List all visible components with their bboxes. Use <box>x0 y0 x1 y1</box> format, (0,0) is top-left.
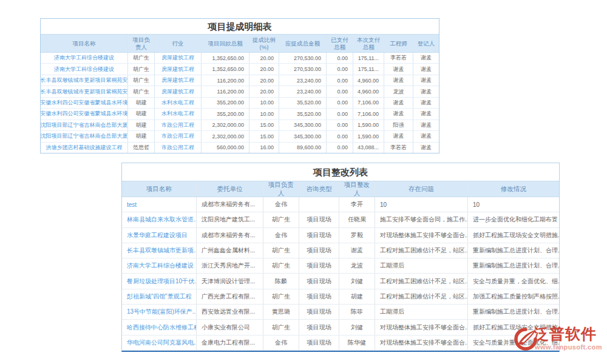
project-name-link[interactable]: 济南大学工科综合楼建设 <box>41 53 128 63</box>
cell: 施工安排不够全面合同，施工作... <box>375 212 468 227</box>
cell: 7,106.00 <box>353 98 384 108</box>
cell: 89,600.00 <box>279 143 327 153</box>
cell: 龙波 <box>384 86 413 96</box>
cell: 1,352,650.00 <box>202 64 249 74</box>
table-row: 水景华庭工程建设项目成都市来福劳务有...金伟项目现场罗毅对现场整体施工安排不够… <box>122 228 559 243</box>
cell: 胡广生 <box>263 320 299 334</box>
cell: 10.00 <box>249 109 279 119</box>
cell: 刘健 <box>339 274 375 288</box>
cell: 小康实业有限公司 <box>197 320 263 334</box>
project-name-link[interactable]: test <box>122 197 197 212</box>
cell: 10.00 <box>249 98 279 108</box>
industry-link[interactable]: 房屋建筑工程 <box>155 53 202 63</box>
watermark-url-text: www.fanpusoft.com <box>534 343 602 351</box>
industry-link[interactable]: 房屋建筑工程 <box>155 64 202 74</box>
cell: 项目现场 <box>299 305 339 319</box>
column-header-total-payment: 项目回款总额 <box>202 35 249 52</box>
cell: 20.00 <box>249 53 279 63</box>
table-row: 济南大学工科综合楼建设浙江天秀房地产开...胡广生项目现场龙波工期滞后重新编制施… <box>122 258 559 274</box>
column-header-commission-amount: 应提成总金额 <box>279 35 327 52</box>
cell: 浙江天秀房地产开... <box>197 258 263 273</box>
cell: 范思哲 <box>128 143 155 153</box>
commission-table: 项目提成明细表 项目名称 项目负责人 行业 项目回款总额 提成比例 (%) 应提… <box>40 18 439 153</box>
industry-link[interactable]: 市政公用工程 <box>155 143 202 153</box>
cell: 项目现场 <box>299 335 339 350</box>
project-name-link[interactable]: 洪塘乡团店村基础设施建设工程 <box>41 143 128 153</box>
industry-link[interactable]: 水利水电工程 <box>155 98 202 108</box>
project-name-link[interactable]: 安徽水利四公司安徽省蒙城县水环境 <box>41 98 128 108</box>
watermark-brand-text: 泛普软件 <box>534 326 602 343</box>
cell: 270,530.00 <box>279 53 327 63</box>
column-header-project-name: 项目名称 <box>41 35 128 52</box>
cell: 天津博润设计管理... <box>197 274 263 288</box>
project-name-link[interactable]: 哈西接待中心防水维修工程 <box>122 320 197 334</box>
cell: 谢孟 <box>384 98 413 108</box>
cell: 龙波 <box>339 258 375 273</box>
table-row: 沈阳项目部辽宁省吉林商会总部大厦胡建市政公用工程2,302,000.0015.0… <box>41 120 439 131</box>
project-name-link[interactable]: 长丰县双墩镇城市更新项... <box>122 243 197 258</box>
cell: 15.00 <box>249 120 279 130</box>
cell: 谢孟 <box>413 53 439 63</box>
cell: 广西光萧工程有限... <box>197 289 263 304</box>
project-name-link[interactable]: 沈阳项目部辽宁省吉林商会总部大厦 <box>41 120 128 130</box>
column-header-current-payment: 本次支付 总额 <box>353 35 384 52</box>
table-row: 长丰县双墩镇城市更新项...广州鑫鑫金属材料...胡广生项目现场谢孟工程对施工困… <box>122 243 559 258</box>
project-name-link[interactable]: 彭祖新城“四馆”景观工程 <box>122 289 197 304</box>
cell: 谢孟 <box>413 64 439 74</box>
project-name-link[interactable]: 济南大学工科综合楼建设 <box>41 64 128 74</box>
cell: 15.00 <box>249 131 279 141</box>
industry-link[interactable]: 房屋建筑工程 <box>155 75 202 86</box>
cell: 对现场整体施工安排不够全面合... <box>375 320 468 334</box>
project-name-link[interactable]: 13号中节能(富阳)环保产... <box>122 305 197 319</box>
commission-table-body: 济南大学工科综合楼建设胡广生房屋建筑工程1,352,650.0020.00270… <box>41 53 439 153</box>
table-row: 餐厨垃圾处理项目10千伏...天津博润设计管理...陈麟项目现场刘健工程对施工困… <box>122 274 559 289</box>
industry-link[interactable]: 水利水电工程 <box>155 109 202 119</box>
cell: 重新编制施工总进度计划、合理... <box>468 305 559 319</box>
column-header-project-manager: 项目负责人 <box>128 35 155 52</box>
cell: 工期滞后 <box>375 305 468 319</box>
cell: 刘健 <box>339 320 375 334</box>
cell: 陈麟 <box>263 274 299 288</box>
project-name-link[interactable]: 长丰县双墩镇城市更新项目紫桐苑安 <box>41 86 128 96</box>
industry-link[interactable]: 房屋建筑工程 <box>155 86 202 96</box>
cell: 560,000.00 <box>202 143 249 153</box>
cell: 罗毅 <box>339 228 375 243</box>
cell: 广州鑫鑫金属材料... <box>197 243 263 258</box>
table-row: 洪塘乡团店村基础设施建设工程范思哲市政公用工程560,000.0016.0089… <box>41 143 439 153</box>
project-name-link[interactable]: 长丰县双墩镇城市更新项目紫桐苑安 <box>41 75 128 86</box>
column-header-paid-total: 已支付 总额 <box>327 35 353 52</box>
project-name-link[interactable]: 水景华庭工程建设项目 <box>122 228 197 243</box>
cell: 李若若 <box>384 53 413 63</box>
cell: 陈菲 <box>339 305 375 319</box>
project-name-link[interactable]: 餐厨垃圾处理项目10千伏... <box>122 274 197 288</box>
cell: 10 <box>468 197 559 212</box>
table-row: 安徽水利四公司安徽省蒙城县水环境胡建水利水电工程355,200.0010.003… <box>41 98 439 109</box>
project-name-link[interactable]: 华电河南公司阿克塞风电... <box>122 335 197 350</box>
cell: 116,200.00 <box>202 86 249 96</box>
cell: 黄思璐 <box>263 305 299 319</box>
cell: 0.00 <box>327 143 353 153</box>
project-name-link[interactable]: 济南大学工科综合楼建设 <box>122 258 197 273</box>
cell: 金伟 <box>263 228 299 243</box>
project-name-link[interactable]: 沈阳项目部辽宁省吉林商会总部大厦 <box>41 131 128 141</box>
table-row: 济南大学工科综合楼建设胡广生房屋建筑工程1,352,650.0020.00270… <box>41 53 439 64</box>
cell: 20.00 <box>249 75 279 86</box>
rectification-table-header-row: 项目名称 委托单位 项目负责人 咨询类型 项目整改人 存在问题 修改情况 <box>122 181 559 197</box>
cell: 谢孟 <box>413 120 439 130</box>
commission-table-header-row: 项目名称 项目负责人 行业 项目回款总额 提成比例 (%) 应提成总金额 已支付… <box>41 35 439 53</box>
cell: 7,106.00 <box>353 109 384 119</box>
cell: 谢孟 <box>384 64 413 74</box>
cell: 胡广生 <box>128 86 155 96</box>
cell: 工程对施工困难估计不足，站区... <box>375 274 468 288</box>
project-name-link[interactable]: 林南县城自来水取水管道... <box>122 212 197 227</box>
cell: 胡广生 <box>263 289 299 304</box>
industry-link[interactable]: 市政公用工程 <box>155 120 202 130</box>
project-name-link[interactable]: 安徽水利四公司安徽省蒙城县水环境 <box>41 109 128 119</box>
cell: 谢孟 <box>384 131 413 141</box>
cell: 23,240.00 <box>279 86 327 96</box>
cell: 谢孟 <box>384 75 413 86</box>
column-header-consult-type: 咨询类型 <box>299 181 339 197</box>
industry-link[interactable]: 市政公用工程 <box>155 131 202 141</box>
cell: 胡广生 <box>128 75 155 86</box>
cell: 加强工程施工质量控制严格按照... <box>468 289 559 304</box>
